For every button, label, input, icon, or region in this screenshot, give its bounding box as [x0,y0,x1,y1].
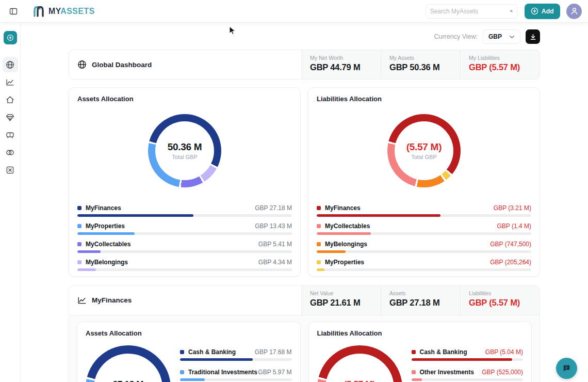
search-icon [510,7,513,15]
legend-bar-track [412,378,524,381]
plus-circle-icon [7,34,14,41]
legend-item[interactable]: MyCollectables GBP 5.41 M [77,241,292,253]
assets-allocation-card: Assets Allocation 50.36 M Total GBP MyFi… [69,87,301,277]
sidebar-item-finances[interactable] [3,74,18,90]
donut-center-label: (5.57 M) Total GBP [317,345,402,382]
legend-label: Cash & Banking [420,348,485,356]
legend-item[interactable]: Cash & Banking GBP 17.68 M [180,348,292,361]
plus-circle-icon [531,7,538,15]
sidebar-toggle-button[interactable] [9,7,18,15]
finances-assets-card: Assets Allocation 27.18 M Total GBP Cash… [77,322,301,382]
legend-color-dot [317,260,321,264]
download-icon [529,33,537,41]
legend-color-dot [317,242,321,246]
legend-item[interactable]: Cash & Banking GBP (5.04 M) [412,348,524,361]
legend-bar-fill [317,250,346,253]
global-dashboard-title: Global Dashboard [69,50,301,79]
stat-liabilities: My Liabilities GBP (5.57 M) [460,50,540,79]
main-content: Currency View: GBP Global Dashboard [21,0,588,382]
search-box [426,4,517,19]
linked-rings-icon [6,148,14,157]
donut-center-label: 27.18 M Total GBP [86,345,171,382]
legend-label: MyBelongings [325,241,490,248]
legend-bar-fill [317,214,440,217]
currency-select[interactable]: GBP [483,29,520,44]
logo-wordmark: MYASSETS [48,7,95,16]
legend-label: MyProperties [325,259,490,266]
legend-value: GBP 4.34 M [258,259,292,266]
legend-item[interactable]: MyFinances GBP 27.18 M [77,204,292,217]
stat-net-value: Net Value GBP 21.61 M [301,285,381,315]
myfinances-section: MyFinances Net Value GBP 21.61 M Assets … [69,285,540,382]
currency-toolbar: Currency View: GBP [69,27,540,46]
sidebar-add-button[interactable] [4,31,17,44]
legend-bar-track [317,232,531,235]
legend-bar-fill [412,378,422,381]
sofa-icon [6,131,14,139]
myfinances-header: MyFinances Net Value GBP 21.61 M Assets … [69,285,540,315]
legend-item[interactable]: MyFinances GBP (3.21 M) [317,204,531,217]
app-logo[interactable]: MYASSETS [32,5,95,18]
legend-item[interactable]: MyBelongings GBP 4.34 M [77,259,292,271]
legend-label: MyFinances [325,204,494,212]
sidebar-item-collectables[interactable] [3,109,18,125]
globe-icon [77,60,87,69]
add-button[interactable]: Add [525,4,560,19]
legend-bar-track [412,358,524,361]
legend-item[interactable]: MyCollectables GBP (1.4 M) [317,222,531,235]
finances-assets-donut: 27.18 M Total GBP [86,345,171,382]
chat-button[interactable] [556,358,577,379]
legend-value: GBP (5.04 M) [485,348,523,356]
assets-donut-chart: 50.36 M Total GBP [148,114,221,187]
legend-item[interactable]: MyProperties GBP 13.43 M [77,222,292,235]
legend-color-dot [412,370,416,374]
global-stats: My Net Worth GBP 44.79 M My Assets GBP 5… [301,50,540,79]
legend-color-dot [77,206,81,210]
legend-bar-fill [77,250,101,253]
person-icon [570,7,579,15]
legend-item[interactable]: Traditional Investments GBP 5.97 M [180,369,292,381]
sidebar-item-belongings[interactable] [3,127,18,142]
global-dashboard-header: Global Dashboard My Net Worth GBP 44.79 … [69,50,540,79]
legend-bar-fill [180,378,205,381]
donut-center-label: 50.36 M Total GBP [148,114,221,187]
card-title: Assets Allocation [77,95,292,103]
legend-bar-track [77,232,292,235]
download-button[interactable] [526,29,540,44]
sidebar-item-properties[interactable] [3,92,18,107]
line-chart-icon [77,296,87,305]
legend-color-dot [77,242,81,246]
finances-liabilities-legend: Cash & Banking GBP (5.04 M) Other Invest… [412,348,524,382]
legend-value: GBP 27.18 M [255,204,292,212]
search-input[interactable] [430,8,510,15]
legend-item[interactable]: MyProperties GBP (205,264) [317,259,531,271]
user-avatar[interactable] [566,4,582,19]
finances-liabilities-donut: (5.57 M) Total GBP [317,345,402,382]
legend-bar-track [77,214,292,217]
legend-value: GBP (205,264) [490,259,531,266]
legend-bar-fill [317,232,371,235]
legend-bar-track [77,268,292,271]
legend-item[interactable]: MyBelongings GBP (747,500) [317,241,531,253]
myfinances-stats: Net Value GBP 21.61 M Assets GBP 27.18 M… [301,285,540,315]
legend-label: Traditional Investments [188,369,258,376]
legend-color-dot [317,206,321,210]
sidebar-item-liabilities[interactable] [3,145,18,160]
legend-bar-track [317,268,531,271]
liabilities-donut-chart: (5.57 M) Total GBP [387,114,461,187]
home-icon [6,95,14,104]
legend-color-dot [412,350,416,354]
legend-bar-track [317,250,531,253]
legend-label: MyCollectables [86,241,258,248]
card-title: Liabilities Allocation [317,329,524,337]
sidebar-item-global-dashboard[interactable] [3,57,18,72]
legend-value: GBP 13.43 M [255,222,292,230]
legend-item[interactable]: Other Investments GBP (525,000) [412,369,524,381]
sidebar-item-closed-assets[interactable] [3,162,18,178]
legend-value: GBP (1.4 M) [497,222,531,230]
finances-assets-legend: Cash & Banking GBP 17.68 M Traditional I… [180,348,292,382]
legend-bar-fill [412,358,513,361]
legend-bar-fill [77,232,135,235]
legend-color-dot [317,224,321,228]
myfinances-title: MyFinances [69,285,301,315]
